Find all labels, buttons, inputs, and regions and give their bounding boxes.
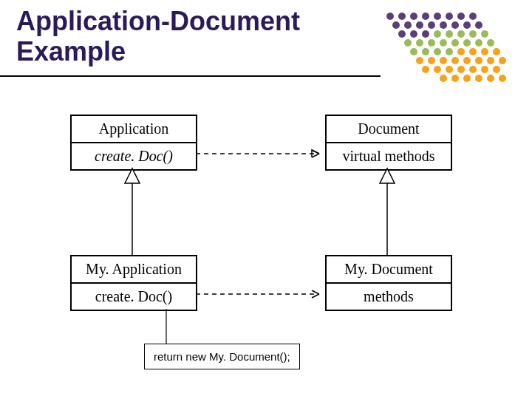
svg-point-18 <box>422 30 429 38</box>
class-myapplication-name: My. Application <box>72 256 196 284</box>
svg-point-4 <box>434 13 441 20</box>
svg-point-27 <box>440 39 447 47</box>
svg-point-39 <box>493 48 500 55</box>
svg-point-19 <box>434 30 441 38</box>
svg-point-2 <box>410 13 417 20</box>
class-application: Application create. Doc() <box>70 115 197 171</box>
svg-point-28 <box>451 39 459 47</box>
class-document-method: virtual methods <box>327 143 451 169</box>
svg-marker-70 <box>380 168 395 183</box>
svg-point-6 <box>457 13 465 20</box>
svg-point-12 <box>440 21 447 29</box>
svg-point-9 <box>404 21 412 29</box>
svg-point-11 <box>428 21 435 29</box>
svg-point-43 <box>451 57 459 64</box>
svg-line-66 <box>312 294 319 298</box>
class-application-method: create. Doc() <box>72 143 196 169</box>
class-myapplication: My. Application create. Doc() <box>70 255 197 311</box>
svg-point-22 <box>469 30 477 38</box>
class-document: Document virtual methods <box>325 115 452 171</box>
svg-point-57 <box>463 75 471 82</box>
svg-point-16 <box>398 30 406 38</box>
svg-point-10 <box>416 21 423 29</box>
svg-point-23 <box>481 30 488 38</box>
svg-point-8 <box>392 21 400 29</box>
svg-point-3 <box>422 13 429 20</box>
class-myapplication-method: create. Doc() <box>72 284 196 310</box>
note-return: return new My. Document(); <box>144 344 300 369</box>
decorative-dots <box>384 10 510 92</box>
svg-marker-68 <box>125 168 140 183</box>
svg-point-32 <box>410 48 417 55</box>
svg-point-46 <box>487 57 494 64</box>
title-underline <box>0 75 381 77</box>
svg-point-20 <box>446 30 453 38</box>
svg-point-13 <box>451 21 459 29</box>
svg-point-54 <box>493 66 500 73</box>
svg-point-35 <box>446 48 453 55</box>
title-line-2: Example <box>16 36 126 66</box>
class-document-name: Document <box>327 116 451 143</box>
svg-point-44 <box>463 57 471 64</box>
svg-line-65 <box>312 290 319 294</box>
svg-point-14 <box>463 21 471 29</box>
svg-point-0 <box>386 13 394 20</box>
class-application-name: Application <box>72 116 196 143</box>
svg-point-30 <box>475 39 482 47</box>
class-mydocument-name: My. Document <box>327 256 451 284</box>
svg-point-37 <box>469 48 477 55</box>
svg-point-51 <box>457 66 465 73</box>
class-mydocument-method: methods <box>327 284 451 310</box>
svg-point-5 <box>446 13 453 20</box>
svg-point-40 <box>416 57 423 64</box>
title-line-1: Application-Document <box>16 6 300 36</box>
svg-point-59 <box>487 75 494 82</box>
svg-point-38 <box>481 48 488 55</box>
svg-point-26 <box>428 39 435 47</box>
svg-point-49 <box>434 66 441 73</box>
svg-point-56 <box>451 75 459 82</box>
svg-point-36 <box>457 48 465 55</box>
svg-point-47 <box>499 57 506 64</box>
svg-line-63 <box>312 154 319 157</box>
svg-point-31 <box>487 39 494 47</box>
svg-point-42 <box>440 57 447 64</box>
svg-point-50 <box>446 66 453 73</box>
svg-point-55 <box>440 75 447 82</box>
svg-point-7 <box>469 13 477 20</box>
svg-point-1 <box>398 13 406 20</box>
class-mydocument: My. Document methods <box>325 255 452 311</box>
svg-point-52 <box>469 66 477 73</box>
svg-point-60 <box>499 75 506 82</box>
svg-point-17 <box>410 30 417 38</box>
svg-point-15 <box>475 21 482 29</box>
svg-point-41 <box>428 57 435 64</box>
slide: Application-Document Example <box>0 0 532 399</box>
svg-point-25 <box>416 39 423 47</box>
svg-point-29 <box>463 39 471 47</box>
slide-title: Application-Document Example <box>16 6 300 67</box>
svg-point-21 <box>457 30 465 38</box>
svg-point-24 <box>404 39 412 47</box>
svg-point-45 <box>475 57 482 64</box>
svg-point-53 <box>481 66 488 73</box>
svg-point-48 <box>422 66 429 73</box>
svg-point-58 <box>475 75 482 82</box>
svg-point-33 <box>422 48 429 55</box>
svg-line-62 <box>312 150 319 154</box>
note-text: return new My. Document(); <box>154 350 290 363</box>
svg-point-34 <box>434 48 441 55</box>
